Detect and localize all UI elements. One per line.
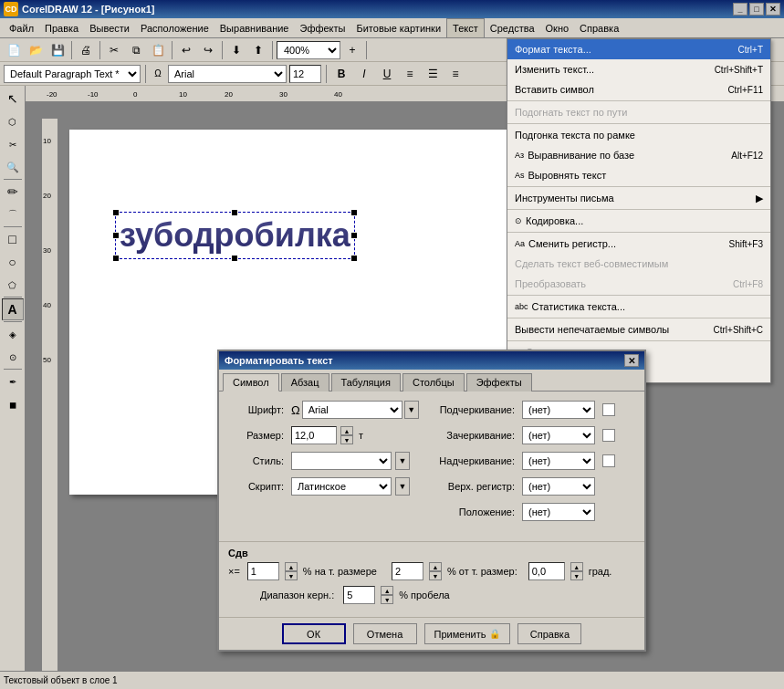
save-button[interactable]: 💾 bbox=[47, 40, 68, 60]
menu-encoding[interactable]: ⊙ Кодировка... bbox=[507, 211, 770, 231]
shift-x-down[interactable]: ▼ bbox=[285, 571, 298, 580]
tool-select[interactable]: ↖ bbox=[2, 88, 24, 110]
tool-text[interactable]: A bbox=[2, 298, 24, 320]
export-button[interactable]: ⬆ bbox=[248, 40, 268, 60]
strikethrough-check[interactable] bbox=[602, 429, 615, 442]
menu-edit-text[interactable]: Изменить текст... Ctrl+Shift+T bbox=[507, 59, 770, 79]
redo-button[interactable]: ↪ bbox=[198, 40, 218, 60]
zoom-select[interactable]: 400% 200% 100% bbox=[277, 41, 340, 59]
kern-input[interactable] bbox=[343, 586, 375, 604]
tab-effects[interactable]: Эффекты bbox=[466, 373, 532, 391]
angle-input[interactable] bbox=[528, 562, 565, 580]
menu-align-text[interactable]: Аs Выровнять текст bbox=[507, 165, 770, 185]
tab-symbol[interactable]: Символ bbox=[223, 373, 279, 391]
open-button[interactable]: 📂 bbox=[26, 40, 46, 60]
shift-x-up[interactable]: ▲ bbox=[285, 562, 298, 571]
tab-tabulation[interactable]: Табуляция bbox=[331, 373, 401, 391]
dialog-script-select[interactable]: Латинское bbox=[291, 477, 392, 496]
font-size-input[interactable] bbox=[289, 65, 321, 83]
size-up[interactable]: ▲ bbox=[340, 426, 353, 435]
dialog-superscript-select[interactable]: (нет) bbox=[522, 477, 595, 496]
menu-align-base[interactable]: Аз Выравнивание по базе Alt+F12 bbox=[507, 145, 770, 165]
menu-align[interactable]: Выравнивание bbox=[214, 18, 295, 38]
tool-outline[interactable]: ✒ bbox=[2, 371, 24, 392]
tool-freehand[interactable]: ✏ bbox=[2, 181, 24, 203]
align-right-button[interactable]: ≡ bbox=[445, 64, 465, 84]
menu-tools[interactable]: Средства bbox=[485, 18, 540, 38]
shift-y-down[interactable]: ▼ bbox=[429, 571, 442, 580]
font-name-select[interactable]: Arial bbox=[168, 65, 287, 83]
dialog-style-select[interactable] bbox=[291, 452, 392, 470]
dialog-close-button[interactable]: ✕ bbox=[624, 354, 639, 367]
cut-button[interactable]: ✂ bbox=[104, 40, 124, 60]
italic-button[interactable]: I bbox=[354, 64, 374, 84]
size-down[interactable]: ▼ bbox=[340, 435, 353, 444]
menu-insert-symbol[interactable]: Вставить символ Ctrl+F11 bbox=[507, 79, 770, 99]
align-center-button[interactable]: ☰ bbox=[423, 64, 443, 84]
dialog-font-select[interactable]: Arial bbox=[302, 401, 402, 419]
menu-arrange[interactable]: Расположение bbox=[135, 18, 214, 38]
minimize-button[interactable]: _ bbox=[733, 3, 747, 16]
menu-file[interactable]: Файл bbox=[4, 18, 39, 38]
undo-button[interactable]: ↩ bbox=[176, 40, 196, 60]
bold-button[interactable]: B bbox=[331, 64, 351, 84]
copy-button[interactable]: ⧉ bbox=[126, 40, 146, 60]
menu-format-text[interactable]: Формат текста... Ctrl+T bbox=[507, 39, 770, 59]
underline-button[interactable]: U bbox=[377, 64, 397, 84]
tool-node[interactable]: ⬡ bbox=[2, 110, 24, 132]
shift-y-up[interactable]: ▲ bbox=[429, 562, 442, 571]
zoom-in-button[interactable]: + bbox=[342, 40, 362, 60]
menu-window[interactable]: Окно bbox=[540, 18, 575, 38]
dialog-style-browse[interactable]: ▼ bbox=[395, 452, 410, 470]
dialog-underline-select[interactable]: (нет) bbox=[522, 401, 595, 419]
dialog-font-browse[interactable]: ▼ bbox=[404, 401, 419, 419]
dialog-cancel-button[interactable]: Отмена bbox=[353, 623, 417, 644]
angle-up[interactable]: ▲ bbox=[570, 562, 583, 571]
tool-interactive[interactable]: ◈ bbox=[2, 323, 24, 345]
tool-fill[interactable]: ◼ bbox=[2, 393, 24, 415]
menu-view[interactable]: Вывести bbox=[84, 18, 135, 38]
menu-change-case[interactable]: Аа Сменить регистр... Shift+F3 bbox=[507, 234, 770, 254]
align-left-button[interactable]: ≡ bbox=[400, 64, 420, 84]
import-button[interactable]: ⬇ bbox=[226, 40, 246, 60]
maximize-button[interactable]: □ bbox=[749, 3, 764, 16]
menu-effects[interactable]: Эффекты bbox=[294, 18, 350, 38]
menu-writing-tools[interactable]: Инструменты письма ▶ bbox=[507, 188, 770, 208]
dialog-apply-button[interactable]: Применить 🔒 bbox=[424, 623, 511, 644]
menu-fit-text-frame[interactable]: Подгонка текста по рамке bbox=[507, 125, 770, 145]
tab-paragraph[interactable]: Абзац bbox=[281, 373, 329, 391]
print-button[interactable]: 🖨 bbox=[76, 40, 96, 60]
overline-check[interactable] bbox=[602, 454, 615, 467]
tool-smart[interactable]: ⌒ bbox=[2, 204, 24, 225]
new-button[interactable]: 📄 bbox=[4, 40, 24, 60]
menu-edit[interactable]: Правка bbox=[39, 18, 84, 38]
underline-check[interactable] bbox=[602, 403, 615, 416]
menu-text[interactable]: Текст bbox=[446, 18, 485, 38]
tool-rectangle[interactable]: □ bbox=[2, 228, 24, 250]
menu-help[interactable]: Справка bbox=[574, 18, 624, 38]
tool-zoom[interactable]: 🔍 bbox=[2, 156, 24, 178]
kern-up[interactable]: ▲ bbox=[381, 586, 393, 595]
shift-x-input[interactable] bbox=[247, 562, 279, 580]
tool-polygon[interactable]: ⬠ bbox=[2, 274, 24, 296]
tool-crop[interactable]: ✂ bbox=[2, 133, 24, 155]
dialog-ok-button[interactable]: ОК bbox=[282, 623, 346, 644]
menu-text-stats[interactable]: abc Статистика текста... bbox=[507, 297, 770, 317]
text-object[interactable]: зубодробилка bbox=[115, 212, 355, 259]
tool-ellipse[interactable]: ○ bbox=[2, 251, 24, 273]
dialog-position-select[interactable]: (нет) bbox=[522, 503, 595, 521]
tab-columns[interactable]: Столбцы bbox=[402, 373, 465, 391]
paragraph-style-select[interactable]: Default Paragraph Text * bbox=[4, 65, 141, 83]
angle-down[interactable]: ▼ bbox=[570, 571, 583, 580]
shift-y-input[interactable] bbox=[392, 562, 423, 580]
dialog-help-button[interactable]: Справка bbox=[517, 623, 581, 644]
dialog-overline-select[interactable]: (нет) bbox=[522, 452, 595, 470]
menu-show-nonprint[interactable]: Вывести непечатаемые символы Ctrl+Shift+… bbox=[507, 319, 770, 339]
dialog-strikethrough-select[interactable]: (нет) bbox=[522, 426, 595, 444]
dialog-script-browse[interactable]: ▼ bbox=[395, 477, 410, 496]
tool-eyedropper[interactable]: ⊙ bbox=[2, 346, 24, 368]
kern-down[interactable]: ▼ bbox=[381, 595, 393, 604]
close-button[interactable]: ✕ bbox=[766, 3, 780, 16]
menu-bitmaps[interactable]: Битовые картинки bbox=[351, 18, 447, 38]
paste-button[interactable]: 📋 bbox=[148, 40, 168, 60]
